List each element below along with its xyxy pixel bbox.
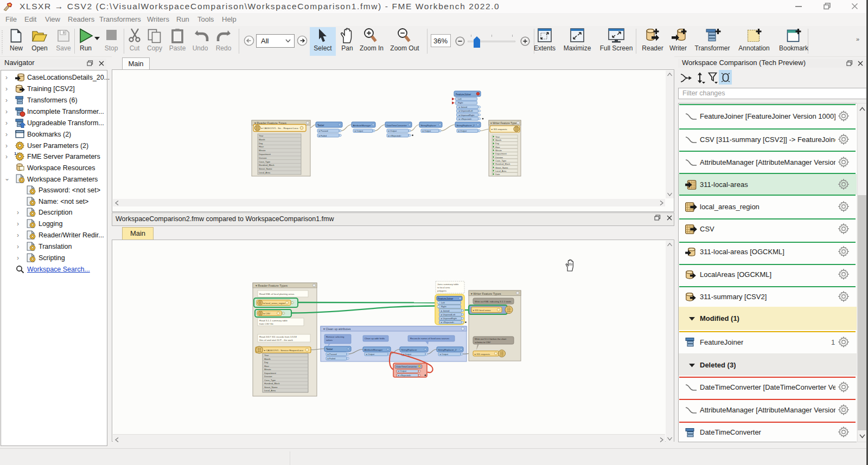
svg-text:▾ Reader Feature Types: ▾ Reader Feature Types <box>256 284 288 287</box>
svg-text:▸ local_areas_region: ▸ local_areas_region <box>264 302 285 305</box>
svg-text:Local_Area: Local_Area <box>259 171 271 174</box>
svg-text:Street_Name: Street_Name <box>495 166 508 169</box>
svg-text:Hundred_Block: Hundred_Block <box>264 382 280 385</box>
svg-text:StringReplacer: StringReplacer <box>401 348 418 351</box>
svg-text:FeatureJoiner: FeatureJoiner <box>456 93 471 96</box>
svg-text:Right: Right <box>458 101 463 104</box>
svg-text:▸ Output: ▸ Output <box>440 353 449 356</box>
svg-text:▸ UnjoinedRight: ▸ UnjoinedRight <box>459 114 475 117</box>
svg-text:▸ 311-requests: ▸ 311-requests <box>492 128 508 131</box>
svg-text:Local_Area: Local_Area <box>264 389 276 392</box>
svg-text:▸ <Rejected>: ▸ <Rejected> <box>441 321 455 324</box>
svg-text:Month: Month <box>264 358 271 360</box>
svg-text:▾ Writer Feature Types: ▾ Writer Feature Types <box>471 292 501 295</box>
svg-text:from CSV file: from CSV file <box>259 322 273 325</box>
svg-text:▸ UnjoinedLeft: ▸ UnjoinedLeft <box>459 109 473 112</box>
svg-text:▸ Output: ▸ Output <box>366 353 375 356</box>
svg-text:Read 3-1-1 summary table: Read 3-1-1 summary table <box>259 319 288 322</box>
svg-text:Division: Division <box>495 156 503 159</box>
svg-text:▸ <Rejected>: ▸ <Rejected> <box>459 118 472 120</box>
svg-text:Street_Name: Street_Name <box>264 386 278 389</box>
svg-text:Left: Left <box>441 301 445 304</box>
svg-text:▸ <Rejected>: ▸ <Rejected> <box>388 134 401 137</box>
svg-text:polygons: polygons <box>437 289 446 292</box>
svg-text:to local area: to local area <box>437 286 450 289</box>
svg-text:▸ CA16COV1 - Service RequestLo: ▸ CA16COV1 - Service RequestLoca <box>264 349 304 352</box>
svg-text:Case_Type: Case_Type <box>259 160 271 163</box>
svg-text:▸ Failed: ▸ Failed <box>319 134 327 137</box>
svg-text:▸ Passed: ▸ Passed <box>319 130 328 132</box>
svg-text:▸ <Rejected>: ▸ <Rejected> <box>398 374 411 377</box>
svg-text:Division: Division <box>259 157 267 159</box>
svg-text:Minute: Minute <box>259 149 266 152</box>
svg-text:DateTimeConverter: DateTimeConverter <box>397 365 418 368</box>
svg-text:▸ Output: ▸ Output <box>458 130 467 132</box>
svg-text:Department: Department <box>495 152 507 155</box>
svg-text:Right: Right <box>441 305 446 308</box>
svg-text:▸ Output: ▸ Output <box>355 130 363 132</box>
svg-text:▾ Clean up attributes: ▾ Clean up attributes <box>323 327 351 331</box>
svg-text:Case_Type: Case_Type <box>495 159 507 162</box>
svg-text:Remove selecting: Remove selecting <box>326 335 344 338</box>
svg-text:Division: Division <box>264 375 272 378</box>
svg-text:▸ Output: ▸ Output <box>423 130 431 132</box>
svg-text:Read KML of local planting are: Read KML of local planting areas <box>259 293 295 295</box>
svg-text:StringReplacer_2: StringReplacer_2 <box>457 124 475 127</box>
svg-text:Year: Year <box>264 354 269 357</box>
svg-text:Clean up addr fields: Clean up addr fields <box>365 337 385 340</box>
svg-text:Day: Day <box>259 142 263 145</box>
svg-text:Day: Day <box>264 361 269 364</box>
svg-text:Department: Department <box>259 153 271 156</box>
svg-text:Reconcile names of fixed area: Reconcile names of fixed area sources <box>410 337 449 340</box>
svg-text:DateTimeConverter: DateTimeConverter <box>387 124 407 127</box>
svg-text:StringReplacer_2: StringReplacer_2 <box>438 348 457 351</box>
svg-text:▸ Passed: ▸ Passed <box>328 353 336 356</box>
svg-text:Month: Month <box>259 138 265 141</box>
svg-text:Tester: Tester <box>326 348 333 351</box>
svg-text:Write out 3-1-1 before the sho: Write out 3-1-1 before the short <box>475 338 507 340</box>
svg-text:FeatureJoiner: FeatureJoiner <box>438 298 454 300</box>
svg-text:Street_Name: Street_Name <box>259 167 272 170</box>
svg-text:AttributeManager: AttributeManager <box>353 124 372 127</box>
svg-text:▸ Output: ▸ Output <box>388 130 397 132</box>
svg-text:AttributeManager: AttributeManager <box>365 348 383 351</box>
svg-text:▸ UnjoinedRight: ▸ UnjoinedRight <box>441 317 457 320</box>
svg-text:Department: Department <box>264 372 277 374</box>
svg-text:Local_Area: Local_Area <box>495 170 507 172</box>
svg-text:Write out KML indicating 3-1-1: Write out KML indicating 3-1-1 totals <box>475 300 511 303</box>
svg-text:Tester: Tester <box>317 124 324 127</box>
svg-text:schema to CSV: schema to CSV <box>475 341 490 344</box>
svg-text:▸ Joined: ▸ Joined <box>441 309 450 312</box>
svg-text:Hundred_Block: Hundred_Block <box>259 164 275 166</box>
svg-text:▸ UnjoinedLeft: ▸ UnjoinedLeft <box>441 313 456 316</box>
svg-text:files of and total 20 P... the: files of and total 20 P... the work <box>259 339 293 341</box>
svg-text:Month: Month <box>495 139 501 141</box>
svg-text:▸ Failed: ▸ Failed <box>328 357 335 360</box>
svg-text:StringReplacer: StringReplacer <box>421 124 437 127</box>
svg-text:Case_Type: Case_Type <box>264 379 276 382</box>
svg-text:Year: Year <box>495 135 500 138</box>
svg-text:Hour: Hour <box>264 365 270 367</box>
svg-text:▾ Writer Feature Types: ▾ Writer Feature Types <box>490 121 518 125</box>
svg-text:▸ CA16COV1 - Se... Request Loc: ▸ CA16COV1 - Se... Request Loca <box>261 127 298 130</box>
svg-text:▸ CSV: ▸ CSV <box>264 312 270 315</box>
svg-text:Date: Date <box>495 173 500 176</box>
svg-text:▸ 311-requests: ▸ 311-requests <box>475 353 490 356</box>
svg-text:▸ 311-local-areas: ▸ 311-local-areas <box>473 309 491 312</box>
svg-text:Left: Left <box>458 98 462 100</box>
svg-text:Year: Year <box>259 134 264 137</box>
svg-text:Hour: Hour <box>495 146 500 148</box>
svg-text:Read 2017 311 records from 1/1: Read 2017 311 records from 1/1/18 <box>259 335 297 338</box>
svg-text:Hundred_Block: Hundred_Block <box>495 163 510 165</box>
svg-text:Minute: Minute <box>495 149 502 152</box>
svg-text:Day: Day <box>495 142 499 145</box>
svg-text:Minute: Minute <box>264 368 271 371</box>
svg-text:▸ Output: ▸ Output <box>398 370 407 372</box>
svg-text:Joins summary table: Joins summary table <box>437 283 459 286</box>
svg-text:▸ Joined: ▸ Joined <box>459 106 467 108</box>
svg-text:values: values <box>326 339 333 341</box>
svg-text:Hour: Hour <box>259 145 264 148</box>
